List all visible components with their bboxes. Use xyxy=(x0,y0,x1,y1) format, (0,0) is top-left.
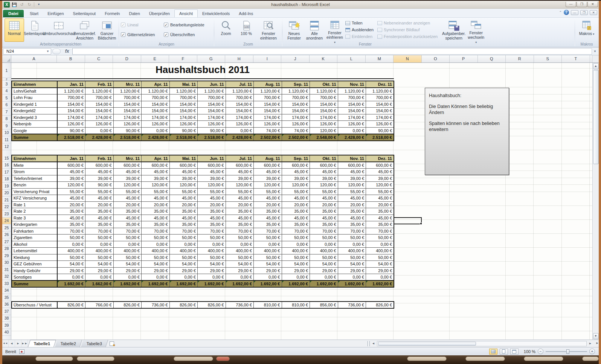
row-header-39[interactable]: 39 xyxy=(2,322,11,329)
expense-table-value-cell[interactable]: 45,00 € xyxy=(310,169,338,175)
expense-table-value-cell[interactable]: 39,00 € xyxy=(169,175,198,182)
expense-table-value-cell[interactable]: 50,00 € xyxy=(366,254,394,261)
expense-table-sum-value-cell[interactable]: 1.692,00 € xyxy=(169,280,198,287)
tab-formeln[interactable]: Formeln xyxy=(100,10,124,17)
balance-value-cell[interactable]: 826,00 € xyxy=(57,302,85,308)
taskbar-item[interactable] xyxy=(465,356,505,361)
income-table-header-value-cell[interactable]: Mai. 11 xyxy=(169,81,198,88)
income-table-value-cell[interactable]: 126,00 € xyxy=(169,121,198,128)
income-table-value-cell[interactable]: 700,00 € xyxy=(226,94,254,101)
row-header-35[interactable]: 35 xyxy=(2,294,11,301)
scroll-up-icon[interactable]: ▲ xyxy=(593,63,599,69)
income-table-value-cell[interactable]: 700,00 € xyxy=(282,94,310,101)
income-table-value-cell[interactable]: 120,00 € xyxy=(310,127,338,134)
expense-table-value-cell[interactable]: 35,00 € xyxy=(57,208,85,215)
expense-table-value-cell[interactable]: 600,00 € xyxy=(366,162,394,169)
expense-table-value-cell[interactable]: 45,00 € xyxy=(282,215,310,221)
expense-table-value-cell[interactable]: 50,00 € xyxy=(282,235,310,241)
expense-table-value-cell[interactable]: 55,00 € xyxy=(113,188,142,195)
expense-table-value-cell[interactable]: 20,00 € xyxy=(226,201,254,208)
income-table-value-cell[interactable]: 1.120,00 € xyxy=(113,88,142,94)
expense-table-label-cell[interactable]: Benzin xyxy=(12,182,57,189)
fx-icon[interactable]: fx xyxy=(62,49,72,54)
expense-table-label-cell[interactable]: Handy Gebühr xyxy=(12,267,57,274)
expense-table-value-cell[interactable]: 35,00 € xyxy=(198,208,226,215)
row-header-10[interactable]: 10 xyxy=(2,129,11,137)
expense-table-value-cell[interactable]: 35,00 € xyxy=(169,221,198,228)
row-header-5[interactable]: 5 xyxy=(2,94,11,102)
income-table-label-cell[interactable]: Google xyxy=(12,127,57,134)
income-table-label-cell[interactable]: Kindergeld 3 xyxy=(12,114,57,121)
expense-table-value-cell[interactable]: 45,00 € xyxy=(113,195,142,202)
expense-table-value-cell[interactable]: 400,00 € xyxy=(338,248,366,254)
expense-table-value-cell[interactable]: 600,00 € xyxy=(57,162,85,169)
row-header-16[interactable]: 16 xyxy=(2,162,11,169)
expense-table-value-cell[interactable]: 45,00 € xyxy=(282,169,310,175)
row-header-30[interactable]: 30 xyxy=(2,259,11,267)
expense-table-value-cell[interactable]: 29,00 € xyxy=(85,267,114,274)
column-header-R[interactable]: R xyxy=(506,55,534,62)
expense-table-label-cell[interactable]: Versicherung Privat xyxy=(12,188,57,195)
column-header-Q[interactable]: Q xyxy=(478,55,506,62)
row-header-34[interactable]: 34 xyxy=(2,287,11,294)
expense-table-value-cell[interactable]: 45,00 € xyxy=(366,215,394,221)
taskbar-item[interactable] xyxy=(407,356,447,361)
expense-table-header-value-cell[interactable]: Jun. 11 xyxy=(198,155,226,162)
expense-table-value-cell[interactable]: 0,00 € xyxy=(366,241,394,248)
expense-table-value-cell[interactable]: 70,00 € xyxy=(282,228,310,235)
expense-table-value-cell[interactable]: 45,00 € xyxy=(198,215,226,221)
custom-views-button[interactable]: Benutzerdef. Ansichten xyxy=(73,18,96,42)
switch-windows-button[interactable]: Fenster wechseln xyxy=(466,18,486,42)
expense-table-value-cell[interactable]: 45,00 € xyxy=(254,195,282,202)
balance-value-cell[interactable]: 826,00 € xyxy=(113,302,142,308)
expense-table-value-cell[interactable]: 39,00 € xyxy=(142,175,170,182)
expense-table-value-cell[interactable]: 45,00 € xyxy=(57,195,85,202)
income-table-value-cell[interactable]: 126,00 € xyxy=(310,121,338,128)
expense-table-value-cell[interactable]: 45,00 € xyxy=(366,195,394,202)
income-table-value-cell[interactable]: 1.120,00 € xyxy=(366,88,394,94)
income-table-value-cell[interactable]: 700,00 € xyxy=(254,94,282,101)
row-header-33[interactable]: 33 xyxy=(2,280,11,287)
expense-table-value-cell[interactable]: 45,00 € xyxy=(338,169,366,175)
expense-table-value-cell[interactable]: 50,00 € xyxy=(57,254,85,261)
balance-value-cell[interactable]: 826,00 € xyxy=(366,302,394,308)
income-table-value-cell[interactable]: 0,00 € xyxy=(338,127,366,134)
row-header-9[interactable]: 9 xyxy=(2,122,11,129)
hscroll-end-icon[interactable]: ► xyxy=(596,341,599,345)
row-header-4[interactable]: 4 xyxy=(2,88,11,95)
expense-table-value-cell[interactable]: 35,00 € xyxy=(198,221,226,228)
income-table-label-cell[interactable]: Lohn Frau xyxy=(12,94,57,101)
expense-table-value-cell[interactable]: 45,00 € xyxy=(169,169,198,175)
checkbox-gitternetzlinien[interactable]: ✓Gitternetzlinien xyxy=(121,32,163,37)
income-table-value-cell[interactable]: 700,00 € xyxy=(338,94,366,101)
income-table-value-cell[interactable]: 74,00 € xyxy=(282,127,310,134)
taskbar-item[interactable] xyxy=(582,356,599,361)
column-header-J[interactable]: J xyxy=(281,55,310,62)
expense-table-value-cell[interactable]: 120,00 € xyxy=(366,182,394,189)
expense-table-value-cell[interactable]: 400,00 € xyxy=(85,248,114,254)
income-table-value-cell[interactable]: 126,00 € xyxy=(254,121,282,128)
expense-table-value-cell[interactable]: 70,00 € xyxy=(310,228,338,235)
row-header-29[interactable]: 29 xyxy=(2,252,11,259)
expense-table-value-cell[interactable]: 50,00 € xyxy=(57,235,85,241)
expense-table-value-cell[interactable]: 35,00 € xyxy=(142,221,170,228)
help-icon[interactable]: ? xyxy=(564,10,569,15)
income-table-value-cell[interactable]: 154,00 € xyxy=(282,101,310,108)
income-table-value-cell[interactable]: 1.120,00 € xyxy=(338,88,366,94)
expense-table-value-cell[interactable]: 35,00 € xyxy=(366,208,394,215)
expense-table-value-cell[interactable]: 0,00 € xyxy=(254,241,282,248)
expense-table-value-cell[interactable]: 50,00 € xyxy=(113,254,142,261)
tab-daten[interactable]: Daten xyxy=(124,10,144,17)
income-table-value-cell[interactable]: 700,00 € xyxy=(198,94,226,101)
income-table-sum-value-cell[interactable]: 2.428,00 € xyxy=(142,134,170,141)
column-header-H[interactable]: H xyxy=(225,55,253,62)
income-table-value-cell[interactable]: 154,00 € xyxy=(113,101,142,108)
income-table-value-cell[interactable]: 154,00 € xyxy=(142,101,170,108)
row-header-11[interactable]: 11 xyxy=(2,136,11,143)
expense-table-label-cell[interactable]: KFZ Versicherung xyxy=(12,195,57,202)
expense-table-header-value-cell[interactable]: Feb. 11 xyxy=(85,155,114,162)
income-table-value-cell[interactable]: 154,00 € xyxy=(142,108,170,114)
income-table-value-cell[interactable]: 154,00 € xyxy=(310,101,338,108)
expense-table-value-cell[interactable]: 120,00 € xyxy=(198,182,226,189)
income-table-value-cell[interactable]: 174,00 € xyxy=(338,114,366,121)
